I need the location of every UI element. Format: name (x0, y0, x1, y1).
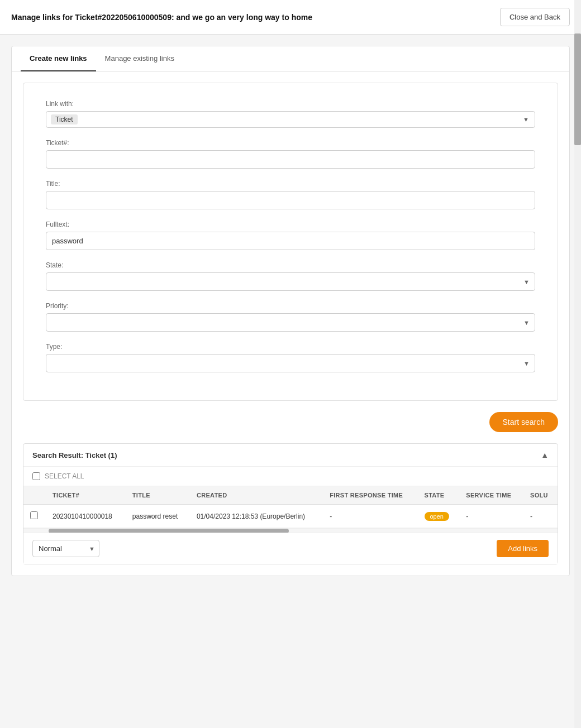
fulltext-label: Fulltext: (46, 221, 535, 228)
row-solution: - (523, 505, 558, 528)
table-header: TICKET# TITLE CREATED FIRST RESPONSE TIM… (23, 486, 558, 505)
state-select-wrapper: open closed pending ▼ (46, 272, 535, 291)
title-col-header: TITLE (126, 486, 190, 505)
tabs-header: Create new links Manage existing links (12, 46, 569, 71)
type-group: Type: Normal ▼ (46, 343, 535, 372)
link-with-select[interactable]: Ticket ▼ (46, 111, 535, 128)
fulltext-group: Fulltext: (46, 221, 535, 250)
tabs-container: Create new links Manage existing links L… (11, 46, 570, 576)
state-group: State: open closed pending ▼ (46, 261, 535, 291)
type-select[interactable]: Normal (46, 354, 535, 372)
checkbox-col-header (23, 486, 46, 505)
results-table-container: TICKET# TITLE CREATED FIRST RESPONSE TIM… (23, 486, 558, 528)
title-group: Title: (46, 180, 535, 209)
state-label: State: (46, 261, 535, 269)
link-type-select[interactable]: Normal Parent Child (32, 540, 99, 557)
search-btn-row: Start search (23, 412, 558, 432)
collapse-icon[interactable]: ▲ (541, 451, 549, 459)
type-label: Type: (46, 343, 535, 351)
bottom-actions: Normal Parent Child ▼ Add links (23, 533, 558, 564)
row-service-time: - (459, 505, 523, 528)
solution-col-header: SOLU (523, 486, 558, 505)
table-row: 2023010410000018 password reset 01/04/20… (23, 505, 558, 528)
link-with-label: Link with: (46, 100, 535, 108)
priority-group: Priority: low normal high ▼ (46, 302, 535, 332)
type-select-wrapper: Normal ▼ (46, 354, 535, 372)
link-with-arrow-icon: ▼ (523, 116, 529, 123)
select-all-row: SELECT ALL (23, 467, 558, 486)
row-ticket-number: 2023010410000018 (46, 505, 126, 528)
horizontal-scrollbar[interactable] (23, 528, 558, 533)
title-label: Title: (46, 180, 535, 188)
select-all-checkbox[interactable] (32, 472, 40, 480)
vertical-scrollbar[interactable] (574, 0, 581, 728)
status-badge: open (425, 512, 449, 521)
title-input[interactable] (46, 191, 535, 209)
search-result-title: Search Result: Ticket (1) (32, 451, 117, 459)
priority-select[interactable]: low normal high (46, 313, 535, 332)
row-checkbox[interactable] (30, 511, 38, 519)
search-result-header: Search Result: Ticket (1) ▲ (23, 444, 558, 467)
state-col-header: STATE (418, 486, 460, 505)
created-col-header: CREATED (190, 486, 323, 505)
vertical-scrollbar-thumb (574, 33, 581, 145)
tab-create-new-links[interactable]: Create new links (21, 46, 96, 71)
search-result-section: Search Result: Ticket (1) ▲ SELECT ALL T… (23, 443, 558, 564)
table-body: 2023010410000018 password reset 01/04/20… (23, 505, 558, 528)
ticket-number-label: Ticket#: (46, 139, 535, 147)
row-title: password reset (126, 505, 190, 528)
service-time-col-header: SERVICE TIME (459, 486, 523, 505)
select-all-label: SELECT ALL (45, 472, 84, 480)
tab-manage-existing-links[interactable]: Manage existing links (96, 46, 183, 71)
first-response-col-header: FIRST RESPONSE TIME (323, 486, 417, 505)
page-title: Manage links for Ticket#2022050610000509… (11, 13, 312, 22)
row-checkbox-cell (23, 505, 46, 528)
link-type-select-wrapper: Normal Parent Child ▼ (32, 540, 99, 557)
row-first-response: - (323, 505, 417, 528)
close-back-button[interactable]: Close and Back (500, 8, 570, 26)
row-state: open (418, 505, 460, 528)
page-header: Manage links for Ticket#2022050610000509… (0, 0, 581, 35)
ticket-number-col-header: TICKET# (46, 486, 126, 505)
tab-content-create: Link with: Ticket ▼ Ticket#: Title: (12, 71, 569, 576)
row-created: 01/04/2023 12:18:53 (Europe/Berlin) (190, 505, 323, 528)
scrollbar-thumb (49, 529, 289, 533)
results-table: TICKET# TITLE CREATED FIRST RESPONSE TIM… (23, 486, 558, 528)
form-section: Link with: Ticket ▼ Ticket#: Title: (23, 83, 558, 401)
priority-label: Priority: (46, 302, 535, 310)
state-select[interactable]: open closed pending (46, 272, 535, 291)
ticket-number-group: Ticket#: (46, 139, 535, 169)
priority-select-wrapper: low normal high ▼ (46, 313, 535, 332)
add-links-button[interactable]: Add links (497, 540, 549, 557)
fulltext-input[interactable] (46, 232, 535, 250)
link-with-group: Link with: Ticket ▼ (46, 100, 535, 128)
main-content: Create new links Manage existing links L… (0, 35, 581, 587)
ticket-tag: Ticket (51, 114, 78, 124)
ticket-number-input[interactable] (46, 150, 535, 169)
start-search-button[interactable]: Start search (489, 412, 558, 432)
